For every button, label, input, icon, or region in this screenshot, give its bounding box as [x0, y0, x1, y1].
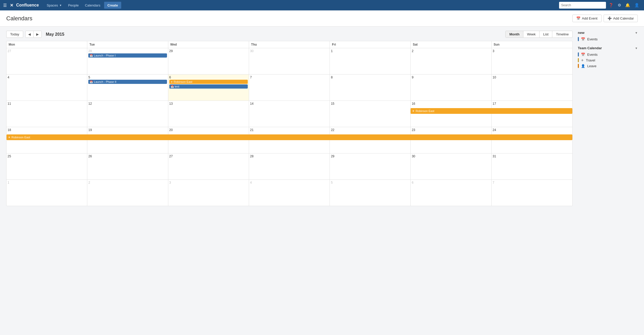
sidebar-item-team-travel[interactable]: ✈ Travel	[578, 57, 638, 63]
cell-jun2[interactable]: 2	[87, 180, 168, 206]
cell-may14[interactable]: 14	[249, 101, 330, 127]
event-robinson-east-w2[interactable]: ✈ Robinson East	[169, 80, 248, 84]
month-view-button[interactable]: Month	[506, 31, 523, 38]
topnav: ☰ ✕ Confluence Spaces ▼ People Calendars…	[0, 0, 644, 10]
sidebar-item-team-leave[interactable]: 👤 Leave	[578, 63, 638, 69]
cell-may19[interactable]: 19	[87, 127, 168, 153]
cell-may7[interactable]: 7	[249, 75, 330, 101]
help-icon[interactable]: ❓	[609, 3, 614, 8]
week-view-button[interactable]: Week	[523, 31, 540, 38]
event-robinson-east-w4[interactable]: ✈ Robinson East	[7, 134, 572, 140]
cell-may23[interactable]: 23	[411, 127, 491, 153]
search-input[interactable]	[559, 2, 606, 9]
day-number: 7	[250, 76, 329, 79]
cell-may29[interactable]: 29	[330, 153, 411, 179]
logo[interactable]: ✕ Confluence	[10, 3, 39, 8]
list-view-button[interactable]: List	[540, 31, 552, 38]
cell-may18[interactable]: 18	[7, 127, 87, 153]
sidebar-new-arrow[interactable]: ▼	[635, 31, 638, 34]
cell-may27[interactable]: 27	[168, 153, 249, 179]
people-nav-link[interactable]: People	[65, 0, 81, 10]
add-event-label: Add Event	[582, 16, 598, 20]
hamburger-icon[interactable]: ☰	[3, 3, 7, 8]
add-event-button[interactable]: 📅 Add Event	[572, 15, 602, 22]
cell-may20[interactable]: 20	[168, 127, 249, 153]
spaces-menu[interactable]: Spaces ▼	[44, 0, 64, 10]
event-robinson-east-w3[interactable]: ✈ Robinson East	[411, 108, 572, 114]
day-number: 6	[412, 181, 490, 184]
cell-may21[interactable]: 21	[249, 127, 330, 153]
timeline-view-button[interactable]: Timeline	[552, 31, 572, 38]
cell-jun7[interactable]: 7	[492, 180, 572, 206]
header-sat: Sat	[411, 41, 491, 48]
cell-may2[interactable]: 2	[411, 48, 491, 74]
cell-apr30[interactable]: 30	[249, 48, 330, 74]
event-test[interactable]: 📅 test	[169, 84, 248, 89]
person-icon: 👤	[581, 64, 585, 68]
cell-jun4[interactable]: 4	[249, 180, 330, 206]
sidebar-color-bar	[578, 64, 579, 68]
event-launch-phase2[interactable]: 📅 Launch - Phase II	[88, 80, 167, 84]
day-number: 14	[250, 102, 329, 106]
cell-may16[interactable]: 16	[411, 101, 491, 127]
cell-may9[interactable]: 9	[411, 75, 491, 101]
sidebar-team-arrow[interactable]: ▼	[635, 47, 638, 50]
cell-may8[interactable]: 8	[330, 75, 411, 101]
cell-may3[interactable]: 3	[492, 48, 572, 74]
create-button[interactable]: Create	[104, 2, 121, 9]
cell-may25[interactable]: 25	[7, 153, 87, 179]
user-avatar[interactable]: 👤	[634, 3, 639, 8]
cell-may10[interactable]: 10	[492, 75, 572, 101]
sidebar-item-new-events[interactable]: 📅 Events	[578, 36, 638, 42]
cell-may24[interactable]: 24	[492, 127, 572, 153]
today-button[interactable]: Today	[6, 31, 23, 38]
cell-apr27[interactable]: 27	[7, 48, 87, 74]
day-number: 15	[331, 102, 409, 106]
settings-icon[interactable]: ⚙	[618, 3, 621, 8]
sidebar-item-team-events[interactable]: 📅 Events	[578, 52, 638, 57]
event-label: test	[175, 85, 179, 88]
cal-event-icon: 📅	[90, 80, 93, 83]
cell-may17[interactable]: 17	[492, 101, 572, 127]
calendar-header-row: Mon Tue Wed Thu Fri Sat Sun	[7, 41, 572, 48]
sidebar-item-label: Leave	[587, 64, 596, 68]
day-number: 29	[169, 49, 248, 53]
cell-jun1[interactable]: 1	[7, 180, 87, 206]
cell-jun3[interactable]: 3	[168, 180, 249, 206]
cell-may5[interactable]: 5 📅 Launch - Phase II	[87, 75, 168, 101]
notifications-icon[interactable]: 🔔	[625, 3, 630, 8]
cell-may31[interactable]: 31	[492, 153, 572, 179]
cell-may6[interactable]: 6 ✈ Robinson East 📅 test	[168, 75, 249, 101]
cell-apr28[interactable]: 28 📅 Launch - Phase I	[87, 48, 168, 74]
sidebar-item-label: Events	[587, 37, 598, 41]
cell-may26[interactable]: 26	[87, 153, 168, 179]
spaces-dropdown-icon: ▼	[59, 4, 62, 7]
add-calendar-button[interactable]: ➕ Add Calendar	[604, 15, 638, 22]
cell-may4[interactable]: 4	[7, 75, 87, 101]
cell-may22[interactable]: 22	[330, 127, 411, 153]
cell-may13[interactable]: 13	[168, 101, 249, 127]
sidebar-color-bar	[578, 52, 579, 57]
day-number: 8	[331, 76, 409, 79]
calendars-nav-link[interactable]: Calendars	[82, 0, 103, 10]
prev-button[interactable]: ◀	[26, 31, 34, 38]
day-number: 30	[250, 49, 329, 53]
cell-may11[interactable]: 11	[7, 101, 87, 127]
cell-may1[interactable]: 1	[330, 48, 411, 74]
logo-text: Confluence	[16, 3, 39, 8]
next-button[interactable]: ▶	[34, 31, 41, 38]
cell-may28[interactable]: 28	[249, 153, 330, 179]
cell-jun5[interactable]: 5	[330, 180, 411, 206]
cell-jun6[interactable]: 6	[411, 180, 491, 206]
page-title: Calendars	[6, 15, 32, 22]
day-number: 20	[169, 128, 248, 132]
day-number: 30	[412, 154, 490, 158]
event-launch-phase1[interactable]: 📅 Launch - Phase I	[88, 53, 167, 58]
cal-event-icon: 📅	[171, 85, 174, 88]
cell-may12[interactable]: 12	[87, 101, 168, 127]
day-number: 11	[8, 102, 86, 106]
cell-may30[interactable]: 30	[411, 153, 491, 179]
cell-may15[interactable]: 15	[330, 101, 411, 127]
cell-apr29[interactable]: 29	[168, 48, 249, 74]
day-number: 3	[169, 181, 248, 184]
